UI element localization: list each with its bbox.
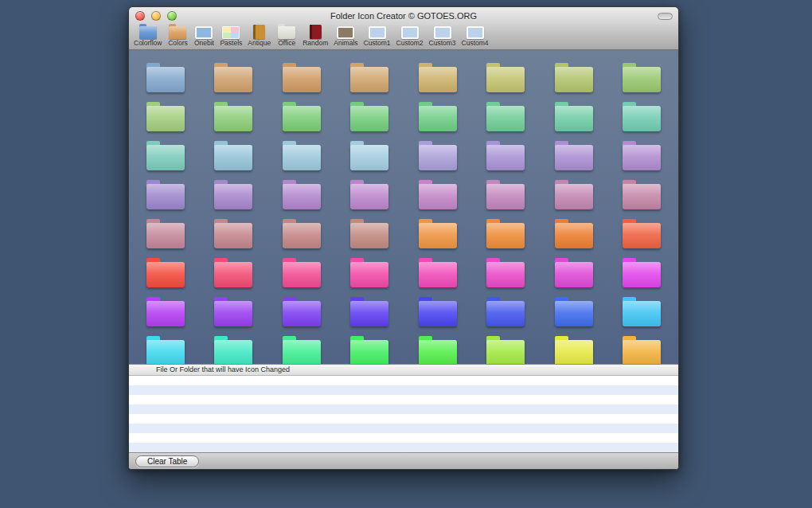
folder-swatch-r8-c8[interactable] (623, 340, 661, 364)
folder-swatch-r2-c5[interactable] (419, 106, 457, 131)
folder-swatch-r1-c6[interactable] (486, 67, 525, 92)
folder-swatch-r6-c5[interactable] (419, 262, 457, 287)
folder-swatch-r5-c4[interactable] (350, 223, 388, 248)
folder-swatch-r6-c6[interactable] (486, 262, 525, 287)
toolbar-item-label: Colors (168, 39, 188, 47)
folder-swatch-r5-c5[interactable] (419, 223, 457, 248)
table-row (129, 424, 678, 433)
folder-swatch-r7-c8[interactable] (623, 301, 661, 326)
toolbar-item-custom1[interactable]: Custom1 (364, 25, 391, 47)
folder-swatch-r1-c1[interactable] (146, 67, 185, 92)
toolbar-item-label: Onebit (194, 39, 214, 47)
clear-table-button[interactable]: Clear Table (135, 455, 199, 467)
folder-swatch-r8-c7[interactable] (555, 340, 593, 364)
folder-swatch-r6-c3[interactable] (283, 262, 321, 287)
folder-swatch-r2-c4[interactable] (350, 106, 388, 131)
folder-swatch-r5-c3[interactable] (283, 223, 321, 248)
folder-swatch-r7-c2[interactable] (214, 301, 252, 326)
folder-swatch-r8-c6[interactable] (486, 340, 525, 364)
folder-swatch-r5-c8[interactable] (623, 223, 661, 248)
window-title: Folder Icon Creator © GOTOES.ORG (330, 11, 477, 21)
folder-swatch-r3-c6[interactable] (486, 145, 525, 170)
folder-swatch-r2-c2[interactable] (214, 106, 252, 131)
toolbar-item-onebit[interactable]: Onebit (193, 25, 214, 47)
folder-swatch-r8-c4[interactable] (350, 340, 388, 364)
toolbar-item-colorflow[interactable]: Colorflow (134, 25, 162, 47)
folder-swatch-r7-c5[interactable] (419, 301, 457, 326)
folder-swatch-r7-c1[interactable] (146, 301, 185, 326)
folder-swatch-r2-c8[interactable] (623, 106, 661, 131)
folder-swatch-r7-c3[interactable] (283, 301, 321, 326)
toolbar-item-label: Colorflow (134, 39, 162, 47)
table-body[interactable] (129, 376, 678, 452)
toolbar-item-pastels[interactable]: Pastels (220, 25, 242, 47)
toolbar-item-antique[interactable]: Antique (248, 25, 271, 47)
folder-swatch-r3-c5[interactable] (419, 145, 457, 170)
folder-swatch-r6-c8[interactable] (623, 262, 661, 287)
custom4-icon (467, 26, 484, 39)
folder-swatch-r1-c8[interactable] (623, 67, 661, 92)
desktop-background: Folder Icon Creator © GOTOES.ORG Colorfl… (0, 0, 812, 508)
minimize-button-icon[interactable] (151, 11, 161, 21)
folder-swatch-r4-c4[interactable] (350, 184, 388, 209)
custom2-icon (401, 26, 419, 39)
folder-swatch-r4-c8[interactable] (623, 184, 661, 209)
folder-swatch-r8-c2[interactable] (214, 340, 252, 364)
close-button-icon[interactable] (135, 11, 145, 21)
folder-swatch-r7-c4[interactable] (350, 301, 388, 326)
table-row (129, 414, 678, 424)
toolbar-item-label: Random (303, 39, 328, 47)
toolbar-item-animals[interactable]: Animals (334, 25, 357, 47)
office-folder-icon (278, 26, 295, 39)
folder-swatch-r4-c5[interactable] (419, 184, 457, 209)
folder-swatch-r6-c7[interactable] (555, 262, 593, 287)
folder-swatch-r2-c7[interactable] (555, 106, 593, 131)
zoom-button-icon[interactable] (167, 11, 177, 21)
folder-swatch-r8-c5[interactable] (419, 340, 457, 364)
toolbar-toggle-button[interactable] (658, 13, 673, 20)
toolbar-item-label: Pastels (220, 39, 242, 47)
folder-swatch-r1-c3[interactable] (283, 67, 321, 92)
folder-swatch-r5-c1[interactable] (146, 223, 185, 248)
folder-swatch-r3-c2[interactable] (214, 145, 252, 170)
toolbar-item-random[interactable]: Random (303, 25, 328, 47)
folder-swatch-r4-c6[interactable] (486, 184, 525, 209)
folder-swatch-r8-c3[interactable] (283, 340, 321, 364)
toolbar-item-custom4[interactable]: Custom4 (462, 25, 489, 47)
folder-swatch-r3-c8[interactable] (623, 145, 661, 170)
folder-grid (129, 50, 678, 364)
folder-swatch-r7-c7[interactable] (555, 301, 593, 326)
folder-swatch-r5-c2[interactable] (214, 223, 252, 248)
folder-swatch-r3-c3[interactable] (283, 145, 321, 170)
colors-pencil-folder-icon (169, 26, 186, 39)
folder-swatch-r6-c4[interactable] (350, 262, 388, 287)
folder-swatch-r5-c7[interactable] (555, 223, 593, 248)
folder-swatch-r1-c4[interactable] (350, 67, 388, 92)
folder-swatch-r6-c2[interactable] (214, 262, 252, 287)
toolbar-item-custom2[interactable]: Custom2 (396, 25, 424, 47)
folder-swatch-r2-c3[interactable] (283, 106, 321, 131)
folder-swatch-r2-c6[interactable] (486, 106, 525, 131)
folder-swatch-r7-c6[interactable] (486, 301, 525, 326)
folder-swatch-r8-c1[interactable] (146, 340, 185, 364)
folder-swatch-r1-c5[interactable] (419, 67, 457, 92)
folder-swatch-r1-c7[interactable] (555, 67, 593, 92)
toolbar-item-colors[interactable]: Colors (167, 25, 188, 47)
toolbar-item-custom3[interactable]: Custom3 (429, 25, 456, 47)
folder-swatch-r4-c3[interactable] (283, 184, 321, 209)
folder-swatch-r1-c2[interactable] (214, 67, 252, 92)
folder-swatch-r2-c1[interactable] (146, 106, 185, 131)
folder-swatch-r3-c7[interactable] (555, 145, 593, 170)
folder-swatch-r5-c6[interactable] (486, 223, 525, 248)
folder-swatch-r4-c7[interactable] (555, 184, 593, 209)
colorflow-folder-icon (139, 26, 157, 39)
window-titlebar[interactable]: Folder Icon Creator © GOTOES.ORG (129, 7, 678, 25)
folder-swatch-r6-c1[interactable] (146, 262, 185, 287)
table-row (129, 385, 678, 395)
folder-swatch-r3-c1[interactable] (146, 145, 185, 170)
folder-swatch-r4-c2[interactable] (214, 184, 252, 209)
folder-swatch-r3-c4[interactable] (350, 145, 388, 170)
toolbar-item-office[interactable]: Office (276, 25, 297, 47)
toolbar-item-label: Custom3 (429, 39, 456, 47)
folder-swatch-r4-c1[interactable] (146, 184, 185, 209)
